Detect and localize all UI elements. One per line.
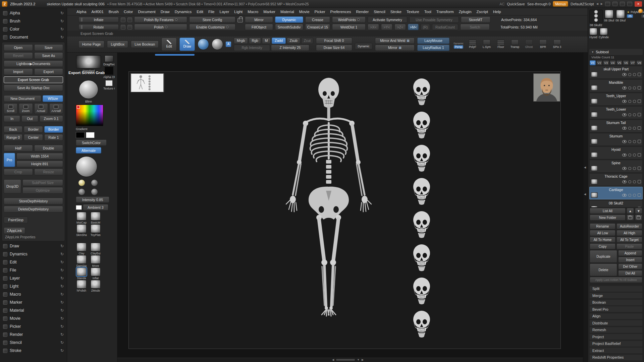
rotate-slider[interactable]: Rotate	[78, 24, 119, 30]
polypaint-icon[interactable]	[628, 113, 631, 116]
visibility-set-tab[interactable]: V8	[636, 60, 642, 65]
menu-item[interactable]: Document	[138, 10, 155, 14]
menus-button[interactable]: Menus	[553, 1, 568, 7]
subpalette-header[interactable]: Redshift Properties	[589, 354, 643, 361]
move-up-button[interactable]: ▲	[627, 208, 634, 214]
a-badge-button[interactable]: A	[226, 42, 231, 47]
preset-cell[interactable]: BasicM	[90, 212, 101, 224]
rename-icon[interactable]	[638, 167, 641, 170]
uv-icon[interactable]	[633, 113, 636, 116]
layout-icon[interactable]	[620, 2, 625, 6]
focal-shift-slider[interactable]: Focal Shift 0	[316, 38, 352, 44]
menu-item[interactable]: Dynamics	[175, 10, 192, 14]
mrgb-button[interactable]: Mrgb	[234, 38, 248, 44]
quicksave-button[interactable]: QuickSave	[507, 2, 525, 6]
shelf-mini-icon[interactable]	[121, 17, 125, 22]
see-through-slider[interactable]: See-through 0	[527, 2, 551, 6]
enable-customize-button[interactable]: Enable Customize	[189, 24, 235, 30]
subtool-row[interactable]: Teeth_Upper	[589, 93, 643, 106]
wsize-button[interactable]: WSize	[43, 95, 63, 102]
menu-item[interactable]: Edit	[197, 10, 203, 14]
tablet-icon[interactable]	[612, 2, 618, 6]
skull-subtool[interactable]	[412, 111, 432, 139]
menu-item[interactable]: Transform	[436, 10, 454, 14]
palette-item[interactable]: Macro ↻	[2, 290, 65, 298]
preset-cell[interactable]: Standa	[76, 267, 87, 280]
resize-button[interactable]: Resize	[34, 169, 63, 175]
menu-item[interactable]: Macro	[248, 10, 258, 14]
canvas-viewport[interactable]: ◀ ▼ ▶	[117, 53, 583, 362]
lazyradius-slider[interactable]: LazyRadius 1	[417, 45, 449, 51]
mirror-button[interactable]: Mirror▦	[375, 45, 415, 51]
export-screen-grab-button[interactable]: Export Screen Grab	[4, 76, 63, 83]
subpalette-header[interactable]: Merge	[589, 292, 643, 299]
gyro-sphere-button[interactable]	[198, 39, 209, 50]
dual-monitor-icon[interactable]	[605, 2, 610, 6]
polish-by-features-button[interactable]: Polish By Features	[134, 16, 187, 23]
palette-item[interactable]: Dynamics ↻	[2, 250, 65, 258]
detach-circle-icon[interactable]: ↻	[60, 11, 64, 15]
append-button[interactable]: Append	[618, 250, 642, 256]
light-bulb-icon[interactable]	[91, 180, 98, 186]
detach-circle-icon[interactable]: ↻	[60, 244, 64, 248]
menu-item[interactable]: File	[208, 10, 215, 14]
del-all-button[interactable]: Del All	[618, 270, 642, 276]
recent-tool[interactable]: 08 Skul	[615, 10, 626, 22]
eye-icon[interactable]	[622, 194, 627, 197]
all-to-home-button[interactable]: All To Home	[590, 237, 615, 243]
preset-thumb[interactable]	[76, 280, 87, 289]
list-all-button[interactable]: List All	[590, 208, 626, 214]
palette-item[interactable]: Render ↻	[2, 330, 65, 339]
visibility-set-tab[interactable]: V7	[630, 60, 636, 65]
zcut-button[interactable]: Zcut	[301, 38, 313, 44]
subtool-row[interactable]: Thoracic Cage	[589, 173, 643, 186]
rename-icon[interactable]	[638, 193, 641, 197]
color-picker[interactable]	[76, 105, 103, 126]
detach-circle-icon[interactable]: ↻	[60, 316, 64, 321]
delete-depth-history-button[interactable]: DeleteDepthHistory	[4, 206, 63, 213]
visibility-set-tab[interactable]: V6	[623, 60, 629, 65]
mirror-and-weld-button[interactable]: Mirror And Weld▦	[375, 38, 415, 44]
visibility-set-tab[interactable]: V2	[596, 60, 602, 65]
detach-circle-icon[interactable]: ↻	[60, 348, 64, 353]
all-low-button[interactable]: All Low	[590, 230, 615, 236]
skull-subtool[interactable]	[412, 144, 432, 173]
optimize-button[interactable]: Optimize	[22, 187, 63, 194]
crop-button[interactable]: Crop	[4, 169, 33, 175]
rename-icon[interactable]	[638, 126, 641, 130]
detach-circle-icon[interactable]: ↻	[60, 19, 64, 23]
grid-expand-icon[interactable]: ▦	[399, 46, 402, 49]
menu-item[interactable]: Render	[356, 10, 369, 14]
subtool-row[interactable]: skull Upper Part	[589, 66, 643, 79]
palette-item[interactable]: Brush ↻	[2, 17, 65, 25]
fillobject-button[interactable]: FillObject	[245, 24, 273, 30]
smooth-subdiv-button[interactable]: SmoothSubdiv	[275, 24, 303, 30]
current-brush-thumb[interactable]	[76, 55, 101, 68]
skull-subtool[interactable]	[412, 244, 432, 272]
menu-item[interactable]: Tool	[424, 10, 431, 14]
eye-icon[interactable]	[622, 100, 627, 103]
lightbox-button[interactable]: LightBox	[107, 41, 128, 48]
uv-icon[interactable]	[633, 100, 636, 103]
radial-count-slider[interactable]: RadialCount	[432, 24, 458, 30]
pager-right-icon[interactable]: ▶	[601, 2, 603, 5]
preset-thumb[interactable]	[91, 224, 101, 233]
preset-cell[interactable]: MatCap	[76, 212, 87, 224]
uv-icon[interactable]	[633, 127, 636, 130]
detach-circle-icon[interactable]: ↻	[60, 260, 64, 264]
rename-button[interactable]: Rename	[590, 223, 615, 229]
subtool-row[interactable]: Hyoid	[589, 146, 643, 159]
preset-cell[interactable]: Clay	[76, 243, 87, 255]
persp-toggle[interactable]: DynamicPersp	[452, 42, 465, 49]
scroll-down-icon[interactable]: ▼	[357, 358, 360, 361]
rgb-intensity-slider[interactable]: Rgb Intensity	[234, 45, 270, 51]
radio-toggle-icon[interactable]	[357, 18, 360, 21]
preset-thumb[interactable]	[76, 224, 87, 233]
local-symmetry-toggle[interactable]: L.Sym	[480, 40, 493, 49]
palette-item[interactable]: Edit ↻	[2, 258, 65, 266]
sym-x-button[interactable]: >X<	[368, 24, 379, 30]
preset-thumb[interactable]	[76, 255, 87, 264]
uv-icon[interactable]	[633, 73, 636, 76]
eye-icon[interactable]	[622, 140, 627, 143]
paintstop-button[interactable]: PaintStop	[4, 217, 28, 223]
